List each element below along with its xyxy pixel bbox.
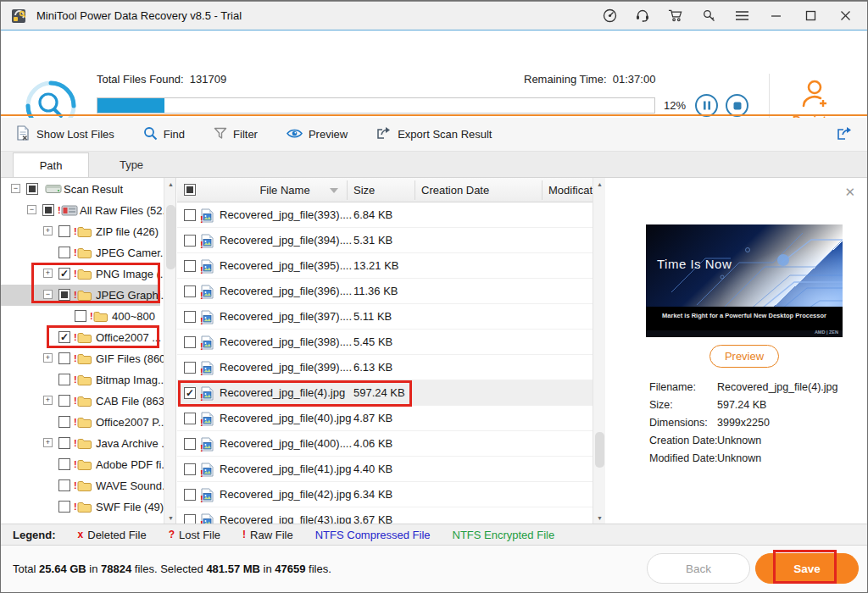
support-headset-icon[interactable] bbox=[635, 8, 650, 24]
tree-checkbox[interactable] bbox=[58, 289, 70, 301]
key-icon[interactable] bbox=[701, 8, 716, 24]
tree-item-wave-sound[interactable]: !WAVE Sound... bbox=[1, 475, 160, 496]
tree-item-swf-file-49[interactable]: !SWF File (49) bbox=[1, 496, 160, 518]
collapse-icon[interactable]: − bbox=[11, 184, 20, 193]
tree-item-cab-file-863[interactable]: +!CAB File (863) bbox=[1, 391, 160, 412]
file-row[interactable]: !Recovered_jpg_file(40).jpg4.87 KB bbox=[177, 406, 605, 431]
tree-checkbox[interactable] bbox=[58, 247, 70, 258]
tree-checkbox[interactable] bbox=[58, 374, 70, 385]
file-row[interactable]: !Recovered_jpg_file(398)....5.45 KB bbox=[177, 330, 605, 355]
file-row[interactable]: !Recovered_jpg_file(396)....11.36 KB bbox=[177, 279, 605, 304]
tree-checkbox[interactable]: ✓ bbox=[58, 331, 70, 343]
file-row[interactable]: !Recovered_jpg_file(42).jpg6.34 KB bbox=[177, 482, 605, 507]
stop-button[interactable] bbox=[726, 94, 748, 117]
file-row[interactable]: !Recovered_jpg_file(394)....5.31 KB bbox=[177, 228, 605, 253]
row-checkbox[interactable] bbox=[184, 260, 196, 272]
row-checkbox[interactable] bbox=[184, 413, 196, 424]
back-button[interactable]: Back bbox=[647, 553, 750, 584]
toolbar-item-preview[interactable]: Preview bbox=[287, 128, 348, 141]
tree-item-png-image[interactable]: +✓!PNG Image (... bbox=[1, 263, 160, 285]
expand-icon[interactable]: + bbox=[43, 269, 53, 278]
tree-item-adobe-pdf-fi[interactable]: !Adobe PDF fi... bbox=[1, 454, 160, 475]
save-button[interactable]: Save bbox=[755, 553, 859, 584]
row-checkbox[interactable]: ✓ bbox=[184, 387, 196, 399]
tree-checkbox[interactable] bbox=[42, 204, 54, 216]
close-button[interactable] bbox=[837, 8, 854, 24]
expand-icon[interactable]: + bbox=[43, 396, 53, 405]
cart-icon[interactable] bbox=[668, 8, 683, 24]
toolbar-item-show-lost-files[interactable]: Show Lost Files bbox=[16, 125, 114, 143]
tab-type[interactable]: Type bbox=[89, 152, 174, 177]
toolbar-item-filter[interactable]: Filter bbox=[214, 127, 258, 142]
scroll-up-icon[interactable]: ▲ bbox=[164, 178, 176, 191]
column-file-name[interactable]: File Name bbox=[230, 178, 340, 202]
export-blue-icon[interactable] bbox=[837, 126, 854, 144]
preview-thumbnail[interactable]: Time Is Now Market is Right for a Powerf… bbox=[646, 224, 843, 337]
file-row[interactable]: !Recovered_jpg_file(43).jpg3.67 KB bbox=[177, 507, 605, 524]
toolbar-item-find[interactable]: Find bbox=[143, 126, 185, 143]
list-scroll-thumb[interactable] bbox=[595, 432, 604, 468]
scroll-down-icon[interactable]: ▼ bbox=[593, 512, 605, 524]
column-creation-date[interactable]: Creation Date bbox=[421, 178, 489, 202]
tree-item-office2007[interactable]: ✓!Office2007 ... bbox=[1, 327, 160, 348]
tree-checkbox[interactable] bbox=[58, 501, 70, 513]
file-row[interactable]: !Recovered_jpg_file(393)....6.84 KB bbox=[177, 202, 605, 228]
scroll-up-icon[interactable]: ▲ bbox=[593, 178, 605, 191]
tree-checkbox[interactable] bbox=[58, 416, 70, 428]
row-checkbox[interactable] bbox=[184, 311, 196, 323]
file-row[interactable]: !Recovered_jpg_file(397)....5.11 KB bbox=[177, 304, 605, 330]
row-checkbox[interactable] bbox=[184, 514, 196, 524]
tree-checkbox[interactable] bbox=[26, 183, 38, 195]
tree-checkbox[interactable] bbox=[58, 395, 70, 407]
tree-item-zip-file-426[interactable]: +!ZIP file (426) bbox=[1, 221, 160, 242]
file-row[interactable]: !Recovered_jpg_file(400)....4.06 KB bbox=[177, 431, 605, 457]
tree-scrollbar[interactable]: ▲ ▼ bbox=[164, 178, 176, 524]
file-row[interactable]: !Recovered_jpg_file(399)....6.13 KB bbox=[177, 355, 605, 380]
file-row[interactable]: !Recovered_jpg_file(395)....13.21 KB bbox=[177, 253, 605, 279]
tree-item-400-800[interactable]: !400~800 bbox=[1, 306, 160, 327]
tree-item-bitmap-imag[interactable]: !Bitmap Imag... bbox=[1, 369, 160, 391]
tree-checkbox[interactable] bbox=[58, 458, 70, 470]
tab-path[interactable]: Path bbox=[13, 152, 89, 177]
row-checkbox[interactable] bbox=[184, 336, 196, 348]
list-scrollbar[interactable]: ▲ ▼ bbox=[593, 178, 605, 524]
tree-checkbox[interactable] bbox=[58, 479, 70, 491]
row-checkbox[interactable] bbox=[184, 235, 196, 247]
menu-icon[interactable] bbox=[734, 8, 749, 24]
row-checkbox[interactable] bbox=[184, 209, 196, 221]
tree-item-all-raw-files-52[interactable]: −!All Raw Files (52... bbox=[1, 200, 160, 221]
file-row[interactable]: ✓!Recovered_jpg_file(4).jpg597.24 KB bbox=[177, 380, 605, 406]
maximize-button[interactable] bbox=[802, 8, 819, 24]
collapse-icon[interactable]: − bbox=[27, 205, 36, 214]
tree-item-java-archive[interactable]: +!Java Archive ... bbox=[1, 433, 160, 454]
tree-scroll-thumb[interactable] bbox=[166, 205, 175, 269]
row-checkbox[interactable] bbox=[184, 285, 196, 297]
tree-item-jpeg-camer[interactable]: !JPEG Camer... bbox=[1, 242, 160, 263]
preview-close-icon[interactable]: ✕ bbox=[844, 185, 855, 200]
expand-icon[interactable]: + bbox=[43, 438, 53, 447]
tree-checkbox[interactable] bbox=[58, 437, 70, 449]
tree-item-scan-result[interactable]: −Scan Result bbox=[1, 179, 160, 200]
expand-icon[interactable]: + bbox=[43, 353, 53, 363]
tree-item-gif-files-860[interactable]: +!GIF Files (860) bbox=[1, 348, 160, 369]
pause-button[interactable] bbox=[695, 94, 718, 117]
row-checkbox[interactable] bbox=[184, 438, 196, 450]
toolbar-item-export-scan-result[interactable]: Export Scan Result bbox=[376, 126, 492, 143]
tree-checkbox[interactable]: ✓ bbox=[58, 268, 70, 280]
collapse-icon[interactable]: − bbox=[43, 290, 53, 299]
tree-checkbox[interactable] bbox=[75, 310, 86, 322]
row-checkbox[interactable] bbox=[184, 489, 196, 501]
preview-button[interactable]: Preview bbox=[709, 345, 779, 368]
column-size[interactable]: Size bbox=[353, 178, 375, 202]
tree-item-office2007-p[interactable]: !Office2007 P... bbox=[1, 412, 160, 433]
expand-icon[interactable]: + bbox=[43, 226, 53, 236]
tree-checkbox[interactable] bbox=[58, 352, 70, 364]
minimize-button[interactable] bbox=[767, 8, 784, 24]
row-checkbox[interactable] bbox=[184, 362, 196, 374]
disc-icon[interactable] bbox=[602, 8, 617, 24]
tree-item-jpeg-graphi[interactable]: −!JPEG Graphi... bbox=[1, 285, 160, 306]
scroll-down-icon[interactable]: ▼ bbox=[164, 512, 176, 524]
tree-checkbox[interactable] bbox=[58, 225, 70, 237]
file-row[interactable]: !Recovered_jpg_file(41).jpg4.40 KB bbox=[177, 457, 605, 482]
select-all-checkbox[interactable] bbox=[184, 184, 196, 196]
